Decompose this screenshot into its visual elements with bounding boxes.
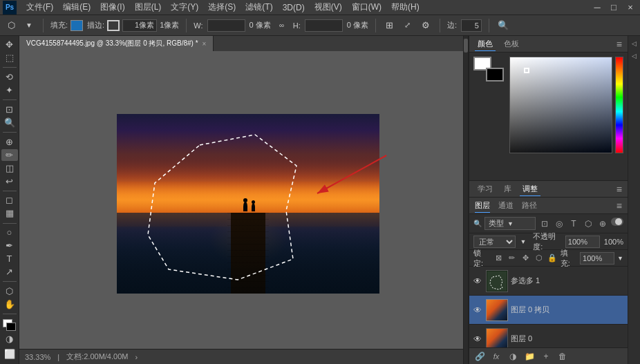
- layer-vis-btn-2[interactable]: 👁: [472, 334, 483, 345]
- tab-library[interactable]: 库: [501, 182, 514, 195]
- menu-text[interactable]: 文字(Y): [167, 0, 203, 15]
- align-icon[interactable]: ⊞: [383, 19, 397, 32]
- adjustment-btn[interactable]: ◑: [507, 350, 519, 363]
- fx-btn[interactable]: fx: [490, 350, 502, 363]
- filter-smart-icon[interactable]: ⊕: [596, 218, 609, 230]
- menu-edit[interactable]: 编辑(E): [59, 0, 95, 15]
- group-btn[interactable]: 📁: [523, 350, 536, 363]
- lock-transparent-btn[interactable]: ⊠: [493, 253, 504, 264]
- crop-tool[interactable]: ⊡: [1, 104, 18, 115]
- selection-tool[interactable]: ⬚: [1, 52, 18, 64]
- magic-wand-tool[interactable]: ✦: [1, 84, 18, 96]
- layer-vis-btn-1[interactable]: 👁: [472, 305, 483, 316]
- stamp-tool[interactable]: ◫: [1, 162, 18, 174]
- edge-label: 边:: [447, 20, 457, 30]
- menu-3d[interactable]: 3D(D): [279, 1, 309, 14]
- fill-swatch[interactable]: [70, 20, 83, 31]
- filter-adj-icon[interactable]: ◎: [553, 218, 565, 230]
- filter-shape-icon[interactable]: ⬡: [582, 218, 594, 230]
- layer-vis-btn-0[interactable]: 👁: [472, 276, 483, 287]
- tab-color[interactable]: 颜色: [475, 37, 496, 51]
- layer-item-selection[interactable]: 👁 参选多 1: [469, 267, 628, 296]
- shape-dropdown-btn[interactable]: ▼: [22, 19, 36, 32]
- stroke-size-input[interactable]: [122, 19, 157, 32]
- lock-position-btn[interactable]: ✥: [520, 253, 531, 264]
- lock-pixels-btn[interactable]: ✏: [507, 253, 518, 264]
- pen-tool[interactable]: ✒: [1, 240, 18, 251]
- menu-window[interactable]: 窗口(W): [348, 0, 386, 15]
- menu-view[interactable]: 视图(V): [310, 0, 346, 15]
- color-panel-content: [469, 52, 628, 157]
- layer-item-copy[interactable]: 👁 图层 0 拷贝: [469, 296, 628, 325]
- filter-type-icon[interactable]: ⊡: [538, 218, 551, 230]
- fill-value-input[interactable]: [580, 252, 614, 265]
- hand-tool[interactable]: ✋: [1, 298, 18, 310]
- menu-filter[interactable]: 滤镜(T): [241, 0, 276, 15]
- settings-icon[interactable]: ⚙: [419, 19, 433, 32]
- tab-adjust[interactable]: 调整: [520, 182, 540, 196]
- transform-icon[interactable]: ⤢: [401, 19, 415, 32]
- panel-menu-btn[interactable]: ≡: [617, 39, 622, 50]
- lock-all-btn[interactable]: 🔒: [547, 253, 558, 264]
- path-tool[interactable]: ↗: [1, 266, 18, 278]
- link-layers-btn[interactable]: 🔗: [473, 350, 486, 363]
- search-icon[interactable]: 🔍: [496, 19, 510, 32]
- tab-layers[interactable]: 图层: [475, 199, 490, 213]
- tab-paths[interactable]: 路径: [522, 199, 537, 212]
- svg-rect-2: [487, 271, 507, 291]
- shape-tool[interactable]: ⬡: [1, 285, 18, 297]
- dodge-tool[interactable]: ○: [1, 227, 18, 238]
- color-picker-gradient[interactable]: [509, 57, 612, 153]
- gradient-tool[interactable]: ▦: [1, 207, 18, 219]
- tool-sep4: [3, 191, 17, 191]
- height-input[interactable]: [305, 19, 343, 32]
- layer-item-original[interactable]: 👁 图层 0: [469, 325, 628, 347]
- delete-layer-btn[interactable]: 🗑: [556, 350, 569, 363]
- adjust-panel-menu[interactable]: ≡: [617, 184, 622, 195]
- width-input[interactable]: [207, 19, 245, 32]
- opacity-input[interactable]: [565, 236, 600, 248]
- canvas-area: VCG41558744495.jpg @ 33.3%(图层 0 拷贝, RGB/…: [19, 36, 463, 364]
- filter-text-icon[interactable]: T: [567, 218, 580, 230]
- hue-bar[interactable]: [615, 57, 623, 153]
- window-maximize[interactable]: □: [607, 1, 621, 15]
- mini-btn-1[interactable]: ◁: [630, 39, 639, 48]
- quick-mask-tool[interactable]: ◑: [1, 331, 18, 346]
- fg-bg-color[interactable]: [1, 318, 18, 329]
- tab-swatch[interactable]: 色板: [501, 37, 522, 50]
- menu-layer[interactable]: 图层(L): [131, 0, 166, 15]
- tab-channels[interactable]: 通道: [498, 199, 514, 212]
- layers-type-filter[interactable]: 类型 ▼: [484, 217, 536, 230]
- stroke-swatch[interactable]: [107, 20, 120, 31]
- bg-color-swatch[interactable]: [486, 68, 504, 82]
- menu-image[interactable]: 图像(I): [96, 0, 129, 15]
- tab-close-btn[interactable]: ×: [203, 40, 207, 48]
- collapse-btn[interactable]: [464, 39, 468, 52]
- eyedropper-tool[interactable]: 🔍: [1, 117, 18, 128]
- blend-mode-select[interactable]: 正常: [473, 236, 516, 248]
- link-wh-icon[interactable]: ∞: [275, 19, 289, 32]
- history-brush-tool[interactable]: ↩: [1, 175, 18, 187]
- new-layer-btn[interactable]: +: [540, 350, 552, 363]
- filter-toggle[interactable]: [611, 218, 623, 226]
- lock-artboard-btn[interactable]: ⬡: [534, 253, 545, 264]
- mini-btn-2[interactable]: ◁: [630, 51, 639, 61]
- window-close[interactable]: ×: [623, 1, 637, 15]
- healing-tool[interactable]: ⊕: [1, 136, 18, 148]
- screen-mode-tool[interactable]: ⬜: [1, 346, 18, 361]
- eraser-tool[interactable]: ◻: [1, 194, 18, 206]
- lasso-tool[interactable]: ⟲: [1, 71, 18, 83]
- text-tool[interactable]: T: [1, 253, 18, 265]
- move-tool[interactable]: ✥: [1, 39, 18, 50]
- menu-select[interactable]: 选择(S): [204, 0, 240, 15]
- tab-learn[interactable]: 学习: [475, 182, 496, 195]
- menu-file[interactable]: 文件(F): [22, 0, 57, 15]
- brush-tool[interactable]: ✏: [1, 149, 18, 161]
- lock-row: 锁定: ⊠ ✏ ✥ ⬡ 🔒 填充: ▼: [469, 250, 628, 267]
- document-tab[interactable]: VCG41558744495.jpg @ 33.3%(图层 0 拷贝, RGB/…: [19, 36, 214, 51]
- menu-help[interactable]: 帮助(H): [387, 0, 424, 15]
- edge-input[interactable]: [461, 19, 482, 32]
- window-minimize[interactable]: ─: [590, 1, 604, 15]
- shape-polygon-icon[interactable]: ⬡: [4, 19, 18, 32]
- layers-panel-menu[interactable]: ≡: [617, 200, 622, 211]
